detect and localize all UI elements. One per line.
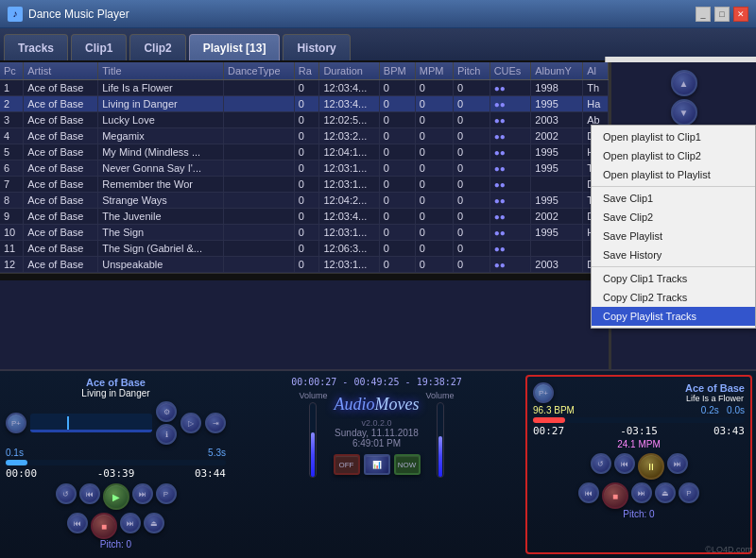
table-row[interactable]: 12Ace of BaseUnspeakable012:03:1...000●●… xyxy=(0,257,609,273)
horizontal-scrollbar[interactable] xyxy=(0,273,609,280)
table-row[interactable]: 1Ace of BaseLife Is a Flower012:03:4...0… xyxy=(0,80,609,96)
save-history[interactable]: Save History xyxy=(592,245,755,264)
table-cell: 0 xyxy=(379,144,415,161)
maximize-button[interactable]: □ xyxy=(714,7,730,22)
table-row[interactable]: 11Ace of BaseThe Sign (Gabriel &...012:0… xyxy=(0,241,609,257)
table-cell: 12:03:4... xyxy=(319,80,379,96)
right-prev-btn[interactable]: ⏮ xyxy=(578,482,599,503)
center-off-btn[interactable]: OFF xyxy=(334,454,360,475)
window-controls[interactable]: _ □ ✕ xyxy=(696,7,748,22)
table-cell: 0 xyxy=(415,96,453,112)
table-cell: 0 xyxy=(415,257,453,273)
table-cell: 4 xyxy=(0,128,24,144)
right-pitch-btn[interactable]: P xyxy=(679,482,699,503)
table-cell: Strange Ways xyxy=(98,193,224,209)
left-pitch-btn[interactable]: P xyxy=(156,483,177,504)
center-now-btn[interactable]: NOW xyxy=(394,454,421,475)
left-progress-bar[interactable] xyxy=(6,460,226,465)
sidebar-up-arrow[interactable]: ▲ xyxy=(671,70,697,96)
table-cell: 0 xyxy=(379,112,415,128)
close-button[interactable]: ✕ xyxy=(733,7,748,22)
table-cell: 2003 xyxy=(531,257,583,273)
tab-tracks[interactable]: Tracks xyxy=(4,34,68,60)
left-pitch-up[interactable]: P+ xyxy=(6,413,26,433)
left-deck-track: Living in Danger xyxy=(6,388,226,398)
table-cell: Unspeakable xyxy=(98,257,224,273)
table-row[interactable]: 5Ace of BaseMy Mind (Mindless ...012:04:… xyxy=(0,144,609,161)
center-viz-btn[interactable]: 📊 xyxy=(364,454,390,475)
left-info-btn[interactable]: ℹ xyxy=(156,424,177,445)
table-cell: ●● xyxy=(490,80,531,96)
right-bpm: 96.3 BPM xyxy=(533,405,575,415)
table-cell: 1995 xyxy=(531,96,583,112)
menu-section-copy: Copy Clip1 Tracks Copy Clip2 Tracks Copy… xyxy=(592,267,755,328)
table-cell: 1998 xyxy=(531,80,583,96)
table-cell: 3 xyxy=(0,112,24,128)
minimize-button[interactable]: _ xyxy=(696,7,711,22)
table-cell: 0 xyxy=(415,112,453,128)
open-playlist-playlist[interactable]: Open playlist to Playlist xyxy=(592,165,755,184)
table-row[interactable]: 8Ace of BaseStrange Ways012:04:2...000●●… xyxy=(0,193,609,209)
volume-slider-left[interactable] xyxy=(309,402,317,478)
left-rew-btn[interactable]: ⏮ xyxy=(79,483,100,504)
table-row[interactable]: 2Ace of BaseLiving in Danger012:03:4...0… xyxy=(0,96,609,112)
table-cell: 12:03:4... xyxy=(319,209,379,225)
copy-playlist-tracks[interactable]: Copy Playlist Tracks xyxy=(592,307,755,326)
table-row[interactable]: 9Ace of BaseThe Juvenile012:03:4...000●●… xyxy=(0,209,609,225)
left-nav-btn[interactable]: ▷ xyxy=(180,413,201,433)
left-next-track-btn[interactable]: ⏭ xyxy=(120,513,141,533)
sidebar-down-arrow[interactable]: ▼ xyxy=(671,99,697,126)
left-stop-btn[interactable]: ■ xyxy=(91,513,117,539)
right-stop-btn[interactable]: ■ xyxy=(602,482,628,509)
save-clip1[interactable]: Save Clip1 xyxy=(592,189,755,208)
table-cell: 12:02:5... xyxy=(319,112,379,128)
left-eject-btn[interactable]: ⏏ xyxy=(144,513,164,533)
table-cell xyxy=(223,80,294,96)
right-rew-btn[interactable]: ⏮ xyxy=(614,453,635,474)
left-play-btn[interactable]: ▶ xyxy=(103,483,129,510)
table-cell xyxy=(223,96,294,112)
copy-clip2-tracks[interactable]: Copy Clip2 Tracks xyxy=(592,288,755,307)
table-cell: 0 xyxy=(294,177,319,193)
volume-slider-right[interactable] xyxy=(437,402,444,478)
left-remain: -03:39 xyxy=(97,467,135,480)
tab-playlist[interactable]: Playlist [13] xyxy=(189,34,281,60)
right-loop-btn[interactable]: ↺ xyxy=(591,453,611,474)
table-cell: 0 xyxy=(379,193,415,209)
right-eject-btn[interactable]: ⏏ xyxy=(655,482,676,503)
left-time-display: 00:00 -03:39 03:44 xyxy=(6,467,226,480)
table-cell: 0 xyxy=(453,96,490,112)
save-playlist[interactable]: Save Playlist xyxy=(592,227,755,245)
table-cell: 12:04:1... xyxy=(319,144,379,161)
right-pause-btn[interactable]: ⏸ xyxy=(638,453,664,480)
table-cell: 1995 xyxy=(531,144,583,161)
table-cell: Ace of Base xyxy=(24,193,98,209)
right-progress-bar[interactable] xyxy=(533,417,745,423)
table-row[interactable]: 6Ace of BaseNever Gonna Say I'...012:03:… xyxy=(0,161,609,177)
table-row[interactable]: 10Ace of BaseThe Sign012:03:1...000●●199… xyxy=(0,225,609,241)
left-ff-btn[interactable]: ⏭ xyxy=(132,483,153,504)
left-loop-btn[interactable]: ↺ xyxy=(56,483,77,504)
tab-clip1[interactable]: Clip1 xyxy=(71,34,127,60)
left-settings-btn[interactable]: ⚙ xyxy=(156,401,177,422)
table-row[interactable]: 4Ace of BaseMegamix012:03:2...000●●2002D… xyxy=(0,128,609,144)
save-clip2[interactable]: Save Clip2 xyxy=(592,208,755,227)
col-title: Title xyxy=(98,62,224,80)
table-row[interactable]: 7Ace of BaseRemember the Wor012:03:1...0… xyxy=(0,177,609,193)
table-cell: 12:03:1... xyxy=(319,257,379,273)
right-next-btn[interactable]: ⏭ xyxy=(631,482,652,503)
left-next-btn[interactable]: ⇥ xyxy=(205,413,226,433)
tab-history[interactable]: History xyxy=(283,34,350,60)
table-cell: The Sign xyxy=(98,225,224,241)
copy-clip1-tracks[interactable]: Copy Clip1 Tracks xyxy=(592,269,755,288)
right-ff-btn[interactable]: ⏭ xyxy=(667,453,688,474)
volume-label-left: Volume xyxy=(299,391,327,400)
right-pitch-up[interactable]: P+ xyxy=(533,382,554,403)
tab-clip2[interactable]: Clip2 xyxy=(129,34,185,60)
table-row[interactable]: 3Ace of BaseLucky Love012:02:5...000●●20… xyxy=(0,112,609,128)
open-playlist-clip1[interactable]: Open playlist to Clip1 xyxy=(592,127,755,146)
left-pitch-label: Pitch: 0 xyxy=(6,539,226,550)
menu-section-open: Open playlist to Clip1 Open playlist to … xyxy=(592,126,755,187)
open-playlist-clip2[interactable]: Open playlist to Clip2 xyxy=(592,146,755,165)
left-prev-btn[interactable]: ⏮ xyxy=(67,513,88,533)
